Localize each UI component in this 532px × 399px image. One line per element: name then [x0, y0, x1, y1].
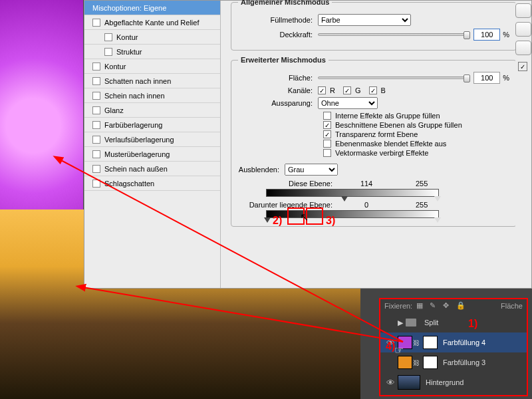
new-style-button-partial[interactable]: [515, 41, 531, 55]
this-layer-gradient[interactable]: [266, 189, 439, 197]
opt-layer-mask-checkbox[interactable]: [323, 140, 331, 148]
style-texture-sub[interactable]: Struktur: [84, 45, 220, 59]
style-label: Farbüberlagerung: [104, 118, 162, 132]
opt-internal-effects-checkbox[interactable]: [323, 112, 331, 120]
layer-mask-thumb[interactable]: [423, 356, 438, 369]
layer-thumb[interactable]: [398, 375, 420, 390]
cursor-icon: ↖: [300, 211, 309, 223]
channel-r-label: R: [330, 86, 335, 94]
styles-heading[interactable]: Mischoptionen: Eigene: [84, 1, 220, 15]
fill-opacity-slider[interactable]: [318, 76, 468, 79]
opt-label: Transparenz formt Ebene: [335, 130, 418, 138]
under-layer-black-slider[interactable]: [264, 217, 271, 223]
pct: %: [503, 31, 509, 39]
opacity-value[interactable]: 100: [473, 29, 500, 41]
general-blend-group: Allgemeiner Mischmodus Füllmethode: Farb…: [231, 0, 517, 51]
style-label: Glanz: [104, 103, 124, 118]
lock-label: Fixieren:: [384, 302, 412, 310]
channel-b-label: B: [381, 86, 386, 94]
style-satin[interactable]: Glanz: [84, 103, 220, 118]
style-label: Schein nach außen: [104, 162, 168, 176]
lock-all-icon[interactable]: 🔒: [456, 301, 466, 311]
advanced-blend-group: Erweiterter Mischmodus Fläche: 100 % Kan…: [231, 56, 517, 227]
annotation-2-label: 2): [273, 215, 282, 227]
knockout-select[interactable]: Ohne: [318, 97, 378, 109]
disclosure-triangle-icon[interactable]: ▶: [398, 319, 403, 327]
opacity-slider[interactable]: [318, 33, 468, 36]
style-label: Struktur: [116, 45, 142, 59]
preview-checkbox[interactable]: ✓: [518, 62, 527, 71]
fill-swatch[interactable]: [398, 356, 412, 369]
blend-mode-select[interactable]: Farbe: [318, 14, 411, 26]
layers-lock-bar: Fixieren: ▦ ✎ ✥ 🔒 Fläche: [380, 299, 527, 313]
fill-opacity-value[interactable]: 100: [473, 72, 500, 84]
opt-transparency-shapes-checkbox[interactable]: [323, 130, 331, 138]
lock-move-icon[interactable]: ✥: [443, 301, 452, 311]
under-layer-white-slider[interactable]: [434, 217, 441, 223]
style-stroke[interactable]: Kontur: [84, 59, 220, 74]
ok-button-partial[interactable]: [515, 3, 531, 18]
opt-clipped-layers-checkbox[interactable]: [323, 121, 331, 129]
opt-label: Interne Effekte als Gruppe füllen: [335, 112, 440, 120]
fill-opacity-label: Fläche:: [238, 74, 318, 82]
folder-icon: [406, 319, 416, 327]
opt-label: Beschnittene Ebenen als Gruppe füllen: [335, 121, 462, 129]
knockout-label: Aussparung:: [238, 99, 318, 107]
this-layer-black-slider[interactable]: [341, 196, 348, 201]
link-mask-icon[interactable]: ⛓: [412, 339, 420, 346]
advanced-legend: Erweiterter Mischmodus: [238, 56, 329, 64]
layer-name[interactable]: Farbfüllung 4: [443, 338, 485, 346]
layer-group-row[interactable]: ▶ Split: [380, 313, 527, 332]
channel-b-checkbox[interactable]: [369, 86, 377, 94]
style-pattern-overlay[interactable]: Musterüberlagerung: [84, 147, 220, 162]
style-outer-glow[interactable]: Schein nach außen: [84, 162, 220, 176]
style-color-overlay[interactable]: Farbüberlagerung: [84, 118, 220, 132]
canvas-preview-purple: [0, 0, 83, 209]
styles-list: Mischoptionen: Eigene Abgeflachte Kante …: [84, 1, 221, 288]
lock-brush-icon[interactable]: ✎: [430, 301, 439, 311]
opt-label: Vektormaske verbirgt Effekte: [335, 149, 428, 157]
channel-r-checkbox[interactable]: [318, 86, 326, 94]
style-label: Kontur: [104, 59, 126, 74]
style-inner-glow[interactable]: Schein nach innen: [84, 88, 220, 103]
under-layer-low: 0: [340, 201, 393, 209]
style-gradient-overlay[interactable]: Verlaufsüberlagerung: [84, 132, 220, 147]
style-inner-shadow[interactable]: Schatten nach innen: [84, 74, 220, 88]
dialog-right-buttons: ✓: [515, 1, 531, 288]
this-layer-label: Diese Ebene:: [238, 180, 338, 188]
pct: %: [503, 74, 509, 82]
general-legend: Allgemeiner Mischmodus: [238, 0, 332, 6]
this-layer-white-slider[interactable]: [434, 196, 441, 201]
under-layer-high: 255: [395, 201, 448, 209]
channel-g-label: G: [355, 86, 361, 94]
layer-name[interactable]: Split: [424, 319, 438, 327]
style-bevel[interactable]: Abgeflachte Kante und Relief: [84, 15, 220, 30]
blend-mode-label: Füllmethode:: [238, 16, 318, 24]
link-mask-icon[interactable]: ⛓: [412, 359, 420, 366]
channels-label: Kanäle:: [238, 86, 318, 94]
style-contour-sub[interactable]: Kontur: [84, 30, 220, 45]
opt-label: Ebenenmaske blendet Effekte aus: [335, 140, 446, 148]
annotation-1-label: 1): [468, 318, 477, 330]
visibility-toggle[interactable]: 👁: [383, 378, 398, 388]
this-layer-low: 114: [340, 180, 393, 188]
style-label: Abgeflachte Kante und Relief: [104, 15, 200, 30]
blendif-label: Ausblenden:: [238, 166, 285, 174]
style-label: Musterüberlagerung: [104, 147, 170, 162]
cursor-hand-icon: ☞: [394, 344, 404, 356]
fill-label-partial: Fläche: [501, 302, 523, 310]
blendif-select[interactable]: Grau: [285, 164, 338, 176]
style-label: Schein nach innen: [104, 88, 165, 103]
layer-image-row[interactable]: 👁 Hintergrund: [380, 372, 527, 392]
layer-name[interactable]: Farbfüllung 3: [443, 358, 485, 366]
opt-vector-mask-checkbox[interactable]: [323, 149, 331, 157]
style-drop-shadow[interactable]: Schlagschatten: [84, 176, 220, 191]
cancel-button-partial[interactable]: [515, 22, 531, 37]
layer-mask-thumb[interactable]: [423, 336, 438, 349]
style-label: Kontur: [116, 30, 138, 45]
channel-g-checkbox[interactable]: [343, 86, 351, 94]
layer-name[interactable]: Hintergrund: [426, 378, 464, 386]
lock-transparent-icon[interactable]: ▦: [416, 301, 426, 311]
layer-style-dialog: Mischoptionen: Eigene Abgeflachte Kante …: [84, 0, 532, 289]
annotation-3-label: 3): [326, 215, 335, 227]
